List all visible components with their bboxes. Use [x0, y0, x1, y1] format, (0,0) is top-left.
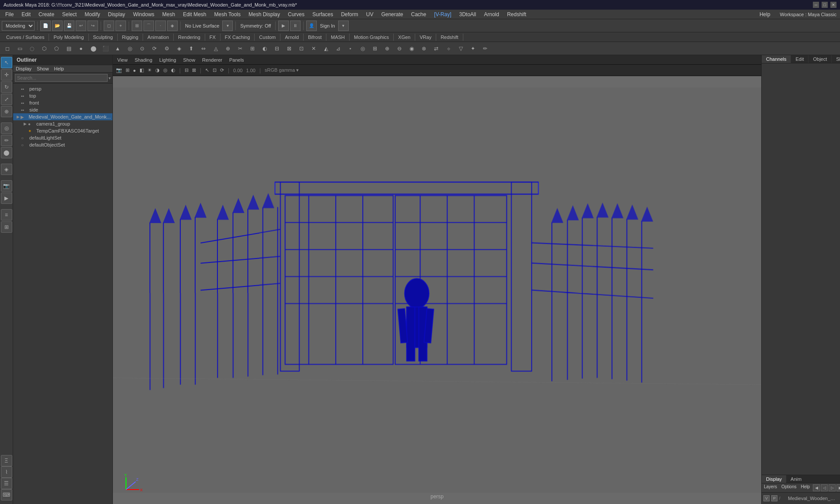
menu-arnold[interactable]: Arnold: [480, 10, 503, 18]
right-tab-show[interactable]: Show: [832, 55, 840, 63]
delete-edge-icon[interactable]: ✕: [308, 43, 319, 54]
tab-motion-graphics[interactable]: Motion Graphics: [350, 34, 394, 41]
tab-custom[interactable]: Custom: [255, 34, 280, 41]
menu-create[interactable]: Create: [35, 10, 58, 18]
channel-icon-left[interactable]: ⊞: [1, 221, 12, 233]
paint-select-icon[interactable]: ⬡: [38, 43, 50, 54]
vp-xray-icon[interactable]: ◎: [162, 66, 169, 74]
layer-next2-btn[interactable]: ▶: [836, 484, 840, 491]
separate-icon[interactable]: ⊖: [394, 43, 405, 54]
live-surface-btn[interactable]: ▾: [222, 21, 233, 31]
vp-shading-icon[interactable]: ●: [132, 67, 137, 74]
window-controls[interactable]: ─ □ ✕: [813, 2, 836, 8]
menu-help[interactable]: Help: [756, 10, 774, 18]
rect-select-icon[interactable]: ▭: [14, 43, 25, 54]
slide-icon[interactable]: ⊡: [296, 43, 307, 54]
show-manip-tool[interactable]: ◈: [1, 164, 12, 175]
paint-tool[interactable]: ✏: [1, 135, 12, 146]
insert-edge-icon[interactable]: ⊟: [271, 43, 283, 54]
menu-windows[interactable]: Windows: [130, 10, 158, 18]
camera-icon-left[interactable]: 📷: [1, 180, 12, 192]
vp-sync-icon[interactable]: ⟳: [219, 66, 225, 74]
lasso-btn[interactable]: ⌖: [116, 21, 126, 31]
rotate-tool[interactable]: ↻: [1, 81, 12, 93]
extract-icon[interactable]: ⊗: [418, 43, 430, 54]
cube-icon[interactable]: ⬛: [100, 43, 111, 54]
tree-item[interactable]: ▪▪persp: [13, 85, 112, 92]
render-btn1[interactable]: ▶: [278, 21, 289, 31]
vp-menu-lighting[interactable]: Lighting: [157, 57, 179, 63]
menu-display[interactable]: Display: [105, 10, 129, 18]
connect-icon[interactable]: ⊞: [247, 43, 258, 54]
tree-item[interactable]: ▶●camera1_group: [13, 120, 112, 127]
merge-icon[interactable]: ⊕: [222, 43, 234, 54]
outliner-show-menu[interactable]: Show: [34, 65, 52, 72]
rb-menu-options[interactable]: Options: [779, 483, 798, 492]
vp-light-icon[interactable]: ☀: [146, 66, 153, 74]
menu-3dtoall[interactable]: 3DtoAll: [456, 10, 480, 18]
cylinder-icon[interactable]: ⬤: [88, 43, 99, 54]
minimize-button[interactable]: ─: [813, 2, 819, 8]
attr-icon-left[interactable]: Ξ: [1, 455, 12, 466]
boolean-icon[interactable]: ⊞: [369, 43, 381, 54]
undo-btn[interactable]: ↩: [76, 21, 86, 31]
menu-mesh-display[interactable]: Mesh Display: [245, 10, 284, 18]
tab-fx[interactable]: FX: [205, 34, 220, 41]
search-options-btn[interactable]: ▾: [108, 76, 111, 80]
tree-item[interactable]: ▪▪top: [13, 92, 112, 99]
menu-file[interactable]: File: [2, 10, 17, 18]
torus-icon[interactable]: ◎: [124, 43, 136, 54]
cone-icon[interactable]: ▲: [112, 43, 123, 54]
menu-curves[interactable]: Curves: [284, 10, 308, 18]
menu-mesh-tools[interactable]: Mesh Tools: [211, 10, 244, 18]
menu-select[interactable]: Select: [59, 10, 80, 18]
select-tool[interactable]: ↖: [1, 57, 12, 68]
tab-rigging[interactable]: Rigging: [118, 34, 143, 41]
cut-icon[interactable]: ✂: [234, 43, 246, 54]
tree-item[interactable]: ▪▪front: [13, 99, 112, 106]
pipe-icon[interactable]: ⊙: [136, 43, 148, 54]
tab-poly-modeling[interactable]: Poly Modeling: [49, 34, 88, 41]
tab-arnold[interactable]: Arnold: [280, 34, 304, 41]
render-icon-left[interactable]: ▶: [1, 192, 12, 204]
tab-sculpting[interactable]: Sculpting: [89, 34, 118, 41]
right-tab-object[interactable]: Object: [808, 55, 832, 63]
remesh-icon[interactable]: ⟐: [443, 43, 454, 54]
cleanup-icon[interactable]: ✦: [467, 43, 479, 54]
tree-item[interactable]: ▪▪side: [13, 106, 112, 113]
save-file-btn[interactable]: 💾: [64, 21, 74, 31]
rb-tab-anim[interactable]: Anim: [786, 475, 806, 483]
right-tab-edit[interactable]: Edit: [791, 55, 808, 63]
vp-menu-panels[interactable]: Panels: [227, 57, 247, 63]
snap-grid-btn[interactable]: ⊞: [132, 21, 142, 31]
bevel-icon[interactable]: ◬: [210, 43, 221, 54]
reduce-icon[interactable]: ▽: [455, 43, 466, 54]
tree-item[interactable]: ▶▶Medieval_Wooden_Gate_and_Monk...: [13, 113, 112, 120]
menu-modify[interactable]: Modify: [81, 10, 103, 18]
menu-redshift[interactable]: Redshift: [504, 10, 530, 18]
fill-hole-icon[interactable]: ◐: [259, 43, 270, 54]
layer-prev2-btn[interactable]: ◁: [821, 484, 828, 491]
tab-mash[interactable]: MASH: [326, 34, 350, 41]
conform-icon[interactable]: ◉: [406, 43, 417, 54]
tab-curves-surfaces[interactable]: Curves / Surfaces: [2, 34, 49, 41]
menu-mesh[interactable]: Mesh: [159, 10, 178, 18]
right-tab-channels[interactable]: Channels: [762, 55, 791, 63]
layer-next-btn[interactable]: ▷: [829, 484, 836, 491]
mode-dropdown[interactable]: Modeling: [2, 21, 35, 31]
scale-tool[interactable]: ⤢: [1, 94, 12, 105]
menu-surfaces[interactable]: Surfaces: [309, 10, 336, 18]
select-mode-btn[interactable]: ◻: [104, 21, 114, 31]
outliner-help-menu[interactable]: Help: [52, 65, 67, 72]
viewport-canvas[interactable]: persp X Y Z: [113, 76, 761, 504]
snap-point-btn[interactable]: ·: [155, 21, 166, 31]
wedge-icon[interactable]: ⊿: [332, 43, 344, 54]
menu-deform[interactable]: Deform: [337, 10, 361, 18]
vp-texture-icon[interactable]: ◧: [138, 66, 145, 74]
vp-menu-view[interactable]: View: [115, 57, 130, 63]
mirror-icon[interactable]: ⇄: [430, 43, 442, 54]
plane-icon[interactable]: ▤: [63, 43, 74, 54]
menu-edit-mesh[interactable]: Edit Mesh: [179, 10, 210, 18]
vp-menu-show[interactable]: Show: [181, 57, 198, 63]
new-file-btn[interactable]: 📄: [40, 21, 51, 31]
